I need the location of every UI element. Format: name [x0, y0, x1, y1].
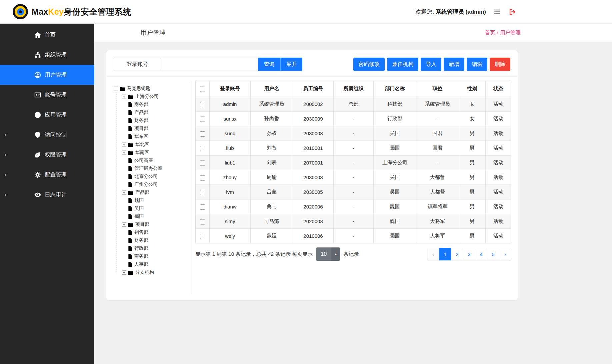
tree-node-label: 项目部 — [134, 126, 148, 132]
tree-node[interactable]: 人事部 — [122, 260, 192, 268]
tree-node[interactable]: 管理层办公室 — [122, 165, 192, 173]
column-header[interactable]: 职位 — [416, 81, 459, 97]
tree-node[interactable]: +上海分公司 — [122, 93, 192, 101]
row-checkbox[interactable] — [200, 204, 205, 210]
concurrent-org-button[interactable]: 兼任机构 — [387, 58, 418, 71]
delete-button[interactable]: 删除 — [490, 58, 510, 71]
page-3-button[interactable]: 3 — [463, 248, 475, 260]
sidebar-item-label: 日志审计 — [45, 191, 67, 198]
sidebar-item-accounts[interactable]: 账号管理 — [0, 85, 94, 105]
sidebar-item-applications[interactable]: 应用管理 — [0, 105, 94, 125]
tree-node[interactable]: +分支机构 — [122, 268, 192, 276]
page-5-button[interactable]: 5 — [487, 248, 499, 260]
tree-node[interactable]: 商务部 — [122, 252, 192, 260]
tree-node[interactable]: +华南区 — [122, 149, 192, 157]
column-header[interactable]: 登录账号 — [210, 81, 251, 97]
row-checkbox[interactable] — [200, 102, 205, 107]
table-row[interactable]: dianw典韦2020006-魏国镇军将军男活动 — [196, 199, 511, 214]
table-panel: 登录账号用户名员工编号所属组织部门名称职位性别状态 admin系统管理员2000… — [192, 81, 511, 294]
add-button[interactable]: 新增 — [444, 58, 464, 71]
tree-node[interactable]: 财务部 — [122, 236, 192, 244]
tree-root-node[interactable]: -马克思钥匙 — [114, 85, 192, 93]
table-row[interactable]: sunq孙权2030003-吴国国君男活动 — [196, 126, 511, 141]
page-2-button[interactable]: 2 — [451, 248, 463, 260]
tree-node[interactable]: 吴国 — [122, 204, 192, 212]
row-checkbox[interactable] — [200, 161, 205, 166]
sitemap-icon — [34, 51, 41, 59]
row-checkbox[interactable] — [200, 190, 205, 195]
select-all-checkbox[interactable] — [200, 87, 205, 92]
tree-node[interactable]: 行政部 — [122, 244, 192, 252]
expand-toggle[interactable]: + — [122, 190, 126, 195]
expand-toggle[interactable]: + — [122, 95, 126, 99]
logout-icon[interactable] — [508, 8, 517, 16]
collapse-toggle[interactable]: - — [114, 87, 118, 91]
tree-node[interactable]: +项目部 — [122, 220, 192, 228]
row-checkbox[interactable] — [200, 117, 205, 122]
tree-node[interactable]: +产品部 — [122, 188, 192, 196]
expand-toggle[interactable]: + — [122, 151, 126, 155]
tree-node[interactable]: 魏国 — [122, 196, 192, 204]
expand-toggle[interactable]: + — [122, 143, 126, 147]
sidebar-item-permissions[interactable]: ›权限管理 — [0, 145, 94, 165]
import-button[interactable]: 导入 — [421, 58, 441, 71]
sidebar-item-configuration[interactable]: ›配置管理 — [0, 165, 94, 185]
tree-node[interactable]: +华北区 — [122, 141, 192, 149]
table-row[interactable]: simy司马懿2020003-魏国大将军男活动 — [196, 214, 511, 229]
sidebar-item-audit-log[interactable]: ›日志审计 — [0, 185, 94, 205]
tree-node[interactable]: 销售部 — [122, 228, 192, 236]
row-checkbox[interactable] — [200, 146, 205, 151]
breadcrumb-home[interactable]: 首页 — [485, 30, 495, 35]
page-4-button[interactable]: 4 — [475, 248, 487, 260]
edit-button[interactable]: 编辑 — [467, 58, 487, 71]
tree-node[interactable]: 公司高层 — [122, 157, 192, 165]
table-row[interactable]: liub1刘表2070001-上海分公司-男活动 — [196, 156, 511, 170]
column-header[interactable]: 用户名 — [251, 81, 293, 97]
login-account-input[interactable] — [161, 58, 258, 71]
sidebar-item-label: 配置管理 — [45, 171, 67, 179]
tree-node[interactable]: 华东区 — [122, 133, 192, 141]
table-row[interactable]: sunsx孙尚香2030009-行政部-女活动 — [196, 112, 511, 126]
tree-node[interactable]: 产品部 — [122, 109, 192, 117]
sidebar-item-home[interactable]: 首页 — [0, 25, 94, 45]
top-header: MaxKey身份安全管理系统 欢迎您: 系统管理员 (admin) — [0, 0, 612, 24]
tree-node-label: 上海分公司 — [135, 94, 159, 100]
expand-button[interactable]: 展开 — [280, 58, 302, 71]
row-checkbox[interactable] — [200, 175, 205, 181]
column-header[interactable]: 部门名称 — [374, 81, 416, 97]
column-header[interactable]: 所属组织 — [334, 81, 374, 97]
row-checkbox[interactable] — [200, 131, 205, 137]
tree-node[interactable]: 项目部 — [122, 125, 192, 133]
tree-node[interactable]: 蜀国 — [122, 212, 192, 220]
sidebar-item-organizations[interactable]: 组织管理 — [0, 45, 94, 65]
next-page-button[interactable]: › — [499, 248, 511, 260]
column-header[interactable]: 状态 — [486, 81, 511, 97]
query-button[interactable]: 查询 — [258, 58, 280, 71]
menu-toggle-icon[interactable] — [493, 8, 501, 16]
tree-node[interactable]: 广州分公司 — [122, 181, 192, 188]
page-1-button[interactable]: 1 — [439, 248, 451, 260]
column-header[interactable]: 员工编号 — [293, 81, 334, 97]
table-row[interactable]: liub刘备2010001-蜀国国君男活动 — [196, 141, 511, 156]
table-row[interactable]: lvm吕蒙2030005-吴国大都督男活动 — [196, 185, 511, 199]
tree-node[interactable]: 财务部 — [122, 117, 192, 125]
row-checkbox[interactable] — [200, 219, 205, 224]
expand-toggle[interactable]: + — [122, 222, 126, 227]
file-icon — [128, 206, 132, 211]
tree-node[interactable]: 北京分公司 — [122, 173, 192, 181]
row-checkbox[interactable] — [200, 234, 205, 239]
checkbox-cell — [196, 229, 210, 243]
sidebar-item-users[interactable]: 用户管理 — [0, 65, 94, 85]
table-row[interactable]: admin系统管理员2000002总部科技部系统管理员女活动 — [196, 97, 511, 112]
table-row[interactable]: zhouy周瑜2030003-吴国大都督男活动 — [196, 170, 511, 185]
change-password-button[interactable]: 密码修改 — [353, 58, 385, 71]
column-header[interactable]: 性别 — [459, 81, 486, 97]
cell: 行政部 — [374, 112, 416, 126]
table-row[interactable]: weiy魏延2010006-蜀国大将军男活动 — [196, 229, 511, 243]
tree-node[interactable]: 商务部 — [122, 101, 192, 109]
page-size-select[interactable]: 10 ▲ — [316, 247, 340, 261]
cell: 吕蒙 — [251, 185, 293, 199]
expand-toggle[interactable]: + — [122, 270, 126, 275]
prev-page-button[interactable]: ‹ — [427, 248, 439, 260]
sidebar-item-access-control[interactable]: ›访问控制 — [0, 125, 94, 145]
